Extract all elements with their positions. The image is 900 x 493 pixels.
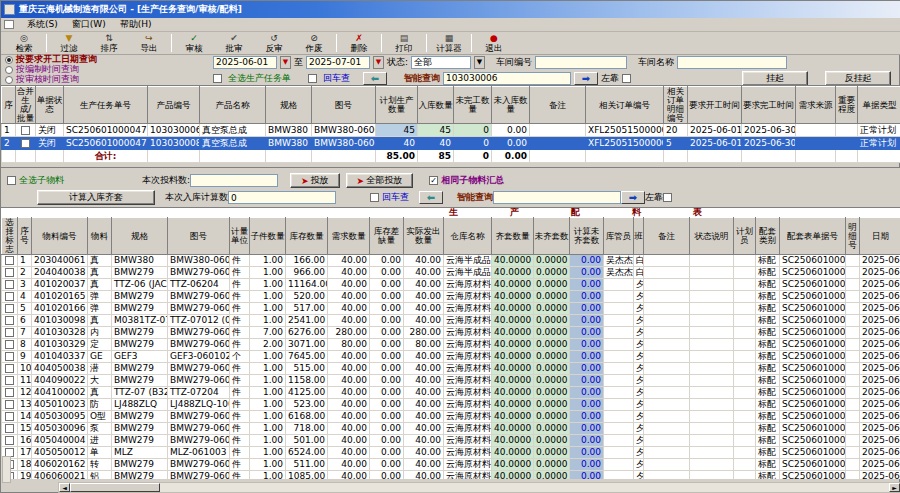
query-back-arrow-button-2[interactable]: ⬅ (419, 191, 443, 204)
calculator-button[interactable]: ▦计算器 (429, 33, 469, 54)
column-header[interactable]: 规格 (112, 218, 168, 255)
material-row[interactable]: 8401030329定BMW279BMW279-060005件2.003071.… (2, 339, 900, 351)
column-header[interactable]: 选择标志 (2, 218, 18, 255)
menu-system[interactable]: 系统(S) (20, 17, 65, 32)
column-header[interactable]: 库存数量 (286, 218, 328, 255)
column-header[interactable]: 要求开工时间 (688, 87, 742, 124)
material-row[interactable]: 18406020162转BMW279BMW279-060003件1.00511.… (2, 459, 900, 471)
radio-audit-time-query[interactable]: 按审核时间查询 (5, 75, 213, 84)
row-checkbox[interactable] (5, 412, 14, 421)
inbound-calc-input[interactable]: 0 (228, 191, 336, 204)
column-header[interactable]: 产品编号 (148, 87, 200, 124)
merge-children-checkbox[interactable] (429, 176, 438, 185)
scroll-right-icon[interactable]: ► (889, 483, 900, 492)
row-checkbox[interactable] (5, 388, 14, 397)
column-header[interactable]: 配套类别 (756, 218, 780, 255)
scroll-thumb[interactable] (70, 483, 160, 492)
row-checkbox[interactable] (5, 292, 14, 301)
column-header[interactable]: 产品名称 (200, 87, 266, 124)
left-align-checkbox-2[interactable] (663, 193, 672, 202)
column-header[interactable]: 计划生产数量 (376, 87, 418, 124)
material-row[interactable]: 16405040004进BMW279BMW279-060010件1.00501.… (2, 435, 900, 447)
row-checkbox[interactable] (5, 280, 14, 289)
smart-query-input[interactable]: 103030006 (443, 72, 571, 85)
feed-all-button[interactable]: ➤全部投放 (346, 173, 414, 188)
material-row[interactable]: 2204040038真BMW279BMW279-060002件1.00966.0… (2, 267, 900, 279)
material-row[interactable]: 15405030096泵BMW279BMW279-060009件1.00718.… (2, 423, 900, 435)
row-checkbox[interactable] (5, 316, 14, 325)
column-header[interactable]: 合并生成/批量 (16, 87, 36, 124)
date-to-input[interactable]: 2025-07-01 (306, 56, 370, 69)
column-header[interactable]: 备注 (530, 87, 586, 124)
material-row[interactable]: 5401020166弹BMW279BMW279-060007件1.00517.0… (2, 303, 900, 315)
task-row[interactable]: 2关闭SC25060100004778103030008真空泵总成BMW380B… (2, 137, 900, 150)
material-row[interactable]: 1203040061真BMW380BMW380-060001件1.00166.0… (2, 255, 900, 267)
column-header[interactable]: 图号 (312, 87, 376, 124)
column-header[interactable]: 需求来源 (796, 87, 836, 124)
left-align-checkbox[interactable] (622, 74, 631, 83)
exit-button[interactable]: ●退出 (474, 33, 514, 54)
row-checkbox[interactable] (5, 256, 14, 265)
delete-button[interactable]: ✗删除 (339, 33, 379, 54)
row-checkbox[interactable] (21, 139, 30, 148)
column-header[interactable]: 重要程度 (836, 87, 858, 124)
material-row[interactable]: 12404100002真TTZ-07 (B32T/TTZ-07204件1.004… (2, 387, 900, 399)
material-row[interactable]: 14405030095O型BMW279BMW279-060012件1.00616… (2, 411, 900, 423)
date-from-input[interactable]: 2025-06-01 (213, 56, 277, 69)
calc-kit-button[interactable]: 计算入库齐套 (37, 190, 155, 205)
row-checkbox[interactable] (5, 436, 14, 445)
date-from-dropdown-icon[interactable]: ▼ (280, 56, 291, 69)
column-header[interactable]: 日期 (860, 218, 900, 255)
task-row[interactable]: 1关闭SC25060100004777103030006真空泵总成BMW380B… (2, 124, 900, 137)
material-row[interactable]: 19406060021铝BMW279BMW279-060006件1.001085… (2, 471, 900, 480)
column-header[interactable]: 序号 (18, 218, 32, 255)
material-row[interactable]: 4401020165弹BMW279BMW279-060008件1.00520.0… (2, 291, 900, 303)
column-header[interactable]: 未完工数量 (454, 87, 492, 124)
material-row[interactable]: 17405050012单MLZMLZ-061003件1.006524.0040.… (2, 447, 900, 459)
column-header[interactable]: 物料编号 (32, 218, 88, 255)
search-button[interactable]: ◎检索 (4, 33, 44, 54)
enter-query-checkbox[interactable] (308, 74, 317, 83)
workshop-no-input[interactable] (535, 56, 627, 69)
horizontal-scrollbar[interactable]: ◄ ► (58, 482, 900, 493)
row-checkbox[interactable] (5, 268, 14, 277)
column-header[interactable]: 子件数量 (250, 218, 286, 255)
row-checkbox[interactable] (5, 424, 14, 433)
column-header[interactable]: 入库数量 (418, 87, 454, 124)
sort-button[interactable]: ⇅排序 (89, 33, 129, 54)
enter-query-checkbox-2[interactable] (370, 193, 379, 202)
column-header[interactable]: 仓库名称 (444, 218, 492, 255)
material-row[interactable]: 7401030328内BMW279BMW279-060018件7.006276.… (2, 327, 900, 339)
column-header[interactable]: 要求完工时间 (742, 87, 796, 124)
column-header[interactable]: 计算未齐套数 (570, 218, 604, 255)
batch-audit-button[interactable]: ✔批审 (214, 33, 254, 54)
column-header[interactable]: 备注 (644, 218, 690, 255)
suspend-button[interactable]: 挂起 (742, 71, 808, 86)
column-header[interactable]: 相关订单编号 (586, 87, 664, 124)
smart-query-input-2[interactable] (493, 191, 621, 204)
column-header[interactable]: 明细号 (846, 218, 860, 255)
material-row[interactable]: 11404090022大BMW279BMW279-060011件1.001158… (2, 375, 900, 387)
row-checkbox[interactable] (21, 126, 30, 135)
column-header[interactable]: 班 (634, 218, 644, 255)
date-to-dropdown-icon[interactable]: ▼ (373, 56, 384, 69)
column-header[interactable]: 规格 (266, 87, 312, 124)
material-row[interactable]: 3401020037真TTZ-06 (JAC)TTZ-06204件1.00111… (2, 279, 900, 291)
print-button[interactable]: ▤打印 (384, 33, 424, 54)
select-all-tasks-checkbox[interactable] (213, 74, 222, 83)
mdi-child-icon[interactable] (4, 20, 14, 29)
material-row[interactable]: 13405010023防LJ488ZLQLJ488ZLQ-1003件1.0052… (2, 399, 900, 411)
unaudit-button[interactable]: ↺反审 (254, 33, 294, 54)
query-go-arrow-button[interactable]: ➡ (574, 72, 598, 85)
scroll-left-icon[interactable]: ◄ (59, 483, 70, 492)
column-header[interactable]: 状态说明 (690, 218, 734, 255)
column-header[interactable]: 齐套数量 (492, 218, 534, 255)
workshop-name-input[interactable] (677, 56, 787, 69)
material-row[interactable]: 10404050038潜BMW279BMW279-060004件1.00515.… (2, 363, 900, 375)
row-checkbox[interactable] (5, 364, 14, 373)
void-button[interactable]: ⊘作废 (294, 33, 334, 54)
column-header[interactable]: 配套表单据号 (780, 218, 846, 255)
column-header[interactable]: 单据类型 (858, 87, 900, 124)
column-header[interactable]: 未齐套数 (534, 218, 570, 255)
status-dropdown-icon[interactable]: ▼ (474, 56, 485, 69)
